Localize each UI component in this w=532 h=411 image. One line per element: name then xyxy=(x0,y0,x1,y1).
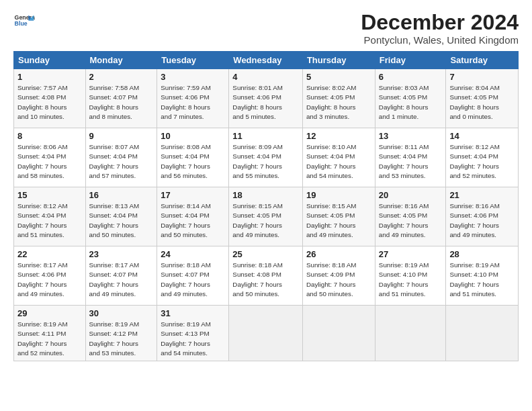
calendar-header-friday: Friday xyxy=(375,52,446,69)
calendar-week-row: 22Sunrise: 8:17 AM Sunset: 4:06 PM Dayli… xyxy=(14,246,519,306)
calendar-cell: 10Sunrise: 8:08 AM Sunset: 4:04 PM Dayli… xyxy=(157,128,229,187)
calendar-cell: 11Sunrise: 8:09 AM Sunset: 4:04 PM Dayli… xyxy=(229,128,303,187)
calendar-cell: 15Sunrise: 8:12 AM Sunset: 4:04 PM Dayli… xyxy=(14,187,86,246)
calendar-cell: 5Sunrise: 8:02 AM Sunset: 4:05 PM Daylig… xyxy=(302,69,375,128)
day-number: 5 xyxy=(306,72,371,82)
day-info: Sunrise: 8:03 AM Sunset: 4:05 PM Dayligh… xyxy=(379,83,443,122)
day-number: 6 xyxy=(379,72,443,82)
calendar-cell: 17Sunrise: 8:14 AM Sunset: 4:04 PM Dayli… xyxy=(157,187,229,246)
title-block: December 2024 Pontyclun, Wales, United K… xyxy=(361,11,519,46)
day-info: Sunrise: 8:18 AM Sunset: 4:08 PM Dayligh… xyxy=(232,261,299,299)
location-subtitle: Pontyclun, Wales, United Kingdom xyxy=(361,34,519,46)
calendar-cell: 20Sunrise: 8:16 AM Sunset: 4:05 PM Dayli… xyxy=(375,187,446,246)
calendar-cell: 31Sunrise: 8:19 AM Sunset: 4:13 PM Dayli… xyxy=(157,306,229,361)
day-number: 10 xyxy=(161,131,225,141)
day-number: 18 xyxy=(232,190,299,200)
day-number: 8 xyxy=(17,131,82,141)
calendar-week-row: 15Sunrise: 8:12 AM Sunset: 4:04 PM Dayli… xyxy=(14,187,519,246)
day-info: Sunrise: 8:18 AM Sunset: 4:09 PM Dayligh… xyxy=(306,261,371,299)
day-info: Sunrise: 8:17 AM Sunset: 4:07 PM Dayligh… xyxy=(89,261,154,299)
day-number: 24 xyxy=(161,249,225,259)
day-info: Sunrise: 8:14 AM Sunset: 4:04 PM Dayligh… xyxy=(161,201,225,240)
calendar-cell: 9Sunrise: 8:07 AM Sunset: 4:04 PM Daylig… xyxy=(85,128,157,187)
calendar-header-thursday: Thursday xyxy=(302,52,375,69)
calendar-cell: 1Sunrise: 7:57 AM Sunset: 4:08 PM Daylig… xyxy=(14,69,86,128)
calendar-cell: 25Sunrise: 8:18 AM Sunset: 4:08 PM Dayli… xyxy=(229,246,303,306)
day-number: 7 xyxy=(449,72,515,82)
calendar-header-monday: Monday xyxy=(85,52,157,69)
logo: General Blue xyxy=(13,11,35,32)
calendar-cell: 27Sunrise: 8:19 AM Sunset: 4:10 PM Dayli… xyxy=(375,246,446,306)
day-number: 11 xyxy=(232,131,299,141)
calendar-cell: 16Sunrise: 8:13 AM Sunset: 4:04 PM Dayli… xyxy=(85,187,157,246)
day-info: Sunrise: 8:19 AM Sunset: 4:13 PM Dayligh… xyxy=(161,320,225,358)
calendar-cell: 26Sunrise: 8:18 AM Sunset: 4:09 PM Dayli… xyxy=(302,246,375,306)
month-title: December 2024 xyxy=(361,11,519,34)
calendar-cell: 22Sunrise: 8:17 AM Sunset: 4:06 PM Dayli… xyxy=(14,246,86,306)
day-number: 1 xyxy=(17,72,82,82)
day-number: 9 xyxy=(89,131,154,141)
calendar-cell: 18Sunrise: 8:15 AM Sunset: 4:05 PM Dayli… xyxy=(229,187,303,246)
day-info: Sunrise: 7:59 AM Sunset: 4:06 PM Dayligh… xyxy=(161,83,225,122)
calendar-cell: 6Sunrise: 8:03 AM Sunset: 4:05 PM Daylig… xyxy=(375,69,446,128)
day-info: Sunrise: 7:57 AM Sunset: 4:08 PM Dayligh… xyxy=(17,83,82,122)
page: General Blue December 2024 Pontyclun, Wa… xyxy=(0,0,532,411)
calendar-header-row: SundayMondayTuesdayWednesdayThursdayFrid… xyxy=(14,52,519,69)
day-number: 22 xyxy=(17,249,82,259)
day-number: 19 xyxy=(306,190,371,200)
calendar-cell: 23Sunrise: 8:17 AM Sunset: 4:07 PM Dayli… xyxy=(85,246,157,306)
calendar-cell: 21Sunrise: 8:16 AM Sunset: 4:06 PM Dayli… xyxy=(446,187,519,246)
day-info: Sunrise: 8:12 AM Sunset: 4:04 PM Dayligh… xyxy=(449,142,515,181)
day-info: Sunrise: 8:16 AM Sunset: 4:06 PM Dayligh… xyxy=(449,201,515,240)
calendar-cell xyxy=(446,306,519,361)
calendar-cell: 28Sunrise: 8:19 AM Sunset: 4:10 PM Dayli… xyxy=(446,246,519,306)
day-info: Sunrise: 8:08 AM Sunset: 4:04 PM Dayligh… xyxy=(161,142,225,181)
calendar-cell: 24Sunrise: 8:18 AM Sunset: 4:07 PM Dayli… xyxy=(157,246,229,306)
calendar-week-row: 1Sunrise: 7:57 AM Sunset: 4:08 PM Daylig… xyxy=(14,69,519,128)
header: General Blue December 2024 Pontyclun, Wa… xyxy=(13,11,519,46)
calendar-cell: 3Sunrise: 7:59 AM Sunset: 4:06 PM Daylig… xyxy=(157,69,229,128)
calendar-week-row: 29Sunrise: 8:19 AM Sunset: 4:11 PM Dayli… xyxy=(14,306,519,361)
calendar-table: SundayMondayTuesdayWednesdayThursdayFrid… xyxy=(13,51,519,361)
day-info: Sunrise: 8:07 AM Sunset: 4:04 PM Dayligh… xyxy=(89,142,154,181)
svg-text:Blue: Blue xyxy=(15,20,28,27)
day-number: 14 xyxy=(449,131,515,141)
calendar-cell: 7Sunrise: 8:04 AM Sunset: 4:05 PM Daylig… xyxy=(446,69,519,128)
day-info: Sunrise: 8:09 AM Sunset: 4:04 PM Dayligh… xyxy=(232,142,299,181)
day-number: 13 xyxy=(379,131,443,141)
calendar-cell xyxy=(302,306,375,361)
calendar-cell: 12Sunrise: 8:10 AM Sunset: 4:04 PM Dayli… xyxy=(302,128,375,187)
calendar-header-tuesday: Tuesday xyxy=(157,52,229,69)
calendar-cell: 19Sunrise: 8:15 AM Sunset: 4:05 PM Dayli… xyxy=(302,187,375,246)
day-info: Sunrise: 8:19 AM Sunset: 4:12 PM Dayligh… xyxy=(89,320,154,358)
day-number: 23 xyxy=(89,249,154,259)
day-number: 26 xyxy=(306,249,371,259)
day-info: Sunrise: 8:02 AM Sunset: 4:05 PM Dayligh… xyxy=(306,83,371,122)
day-info: Sunrise: 8:15 AM Sunset: 4:05 PM Dayligh… xyxy=(306,201,371,240)
day-info: Sunrise: 8:17 AM Sunset: 4:06 PM Dayligh… xyxy=(17,261,82,299)
calendar-header-sunday: Sunday xyxy=(14,52,86,69)
day-info: Sunrise: 8:19 AM Sunset: 4:10 PM Dayligh… xyxy=(449,261,515,299)
calendar-cell xyxy=(229,306,303,361)
calendar-cell: 4Sunrise: 8:01 AM Sunset: 4:06 PM Daylig… xyxy=(229,69,303,128)
calendar-header-saturday: Saturday xyxy=(446,52,519,69)
day-info: Sunrise: 8:19 AM Sunset: 4:11 PM Dayligh… xyxy=(17,320,82,358)
day-number: 21 xyxy=(449,190,515,200)
calendar-cell: 29Sunrise: 8:19 AM Sunset: 4:11 PM Dayli… xyxy=(14,306,86,361)
day-number: 12 xyxy=(306,131,371,141)
day-info: Sunrise: 8:13 AM Sunset: 4:04 PM Dayligh… xyxy=(89,201,154,240)
day-info: Sunrise: 8:12 AM Sunset: 4:04 PM Dayligh… xyxy=(17,201,82,240)
day-number: 4 xyxy=(232,72,299,82)
day-number: 17 xyxy=(161,190,225,200)
day-info: Sunrise: 8:15 AM Sunset: 4:05 PM Dayligh… xyxy=(232,201,299,240)
day-number: 20 xyxy=(379,190,443,200)
day-info: Sunrise: 7:58 AM Sunset: 4:07 PM Dayligh… xyxy=(89,83,154,122)
day-info: Sunrise: 8:18 AM Sunset: 4:07 PM Dayligh… xyxy=(161,261,225,299)
day-number: 27 xyxy=(379,249,443,259)
calendar-cell: 8Sunrise: 8:06 AM Sunset: 4:04 PM Daylig… xyxy=(14,128,86,187)
day-number: 15 xyxy=(17,190,82,200)
calendar-cell xyxy=(375,306,446,361)
calendar-week-row: 8Sunrise: 8:06 AM Sunset: 4:04 PM Daylig… xyxy=(14,128,519,187)
day-number: 16 xyxy=(89,190,154,200)
day-number: 31 xyxy=(161,308,225,318)
